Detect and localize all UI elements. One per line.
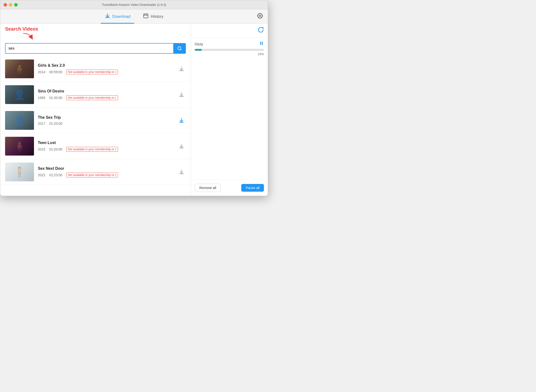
video-info: Sex Next Door 2022 01:23:00 Not availabl… — [38, 166, 173, 177]
download-item-header: Ozzy — [195, 41, 264, 47]
svg-line-3 — [181, 49, 181, 50]
video-year: 2014 — [38, 70, 45, 74]
svg-rect-9 — [260, 42, 261, 45]
video-year: 2022 — [38, 173, 45, 177]
tab-download[interactable]: Download — [101, 11, 134, 22]
video-download-button[interactable] — [177, 142, 186, 150]
video-meta: 2022 01:23:00 Not available in your memb… — [38, 173, 173, 177]
video-thumb: 👤 — [5, 85, 34, 104]
svg-rect-4 — [179, 70, 184, 71]
content-area: Search Videos — [0, 24, 268, 196]
left-panel: Search Videos — [0, 24, 191, 196]
svg-point-2 — [178, 47, 181, 50]
video-thumb: 🧍 — [5, 137, 34, 156]
svg-rect-5 — [179, 96, 184, 97]
unavailable-badge: Not available in your membership or c — [66, 95, 118, 100]
video-download-button[interactable] — [177, 168, 186, 176]
search-bar — [5, 43, 186, 54]
download-tab-label: Download — [112, 14, 131, 19]
search-button[interactable] — [173, 43, 186, 54]
right-panel-footer: Remove all Pause all — [191, 180, 268, 196]
progress-bar-fill — [195, 49, 202, 51]
thumb-figure: 🧍 — [5, 137, 34, 156]
video-title: The Sex Trip — [38, 115, 173, 120]
right-panel: Ozzy 10% Remove all Pause all — [191, 24, 268, 196]
video-meta: 2015 01:20:00 Not available in your memb… — [38, 147, 173, 152]
search-label-container: Search Videos — [5, 26, 38, 32]
video-year: 2017 — [38, 122, 45, 125]
video-info: Sins Of Desire 1993 01:30:00 Not availab… — [38, 89, 173, 100]
minimize-button[interactable] — [9, 3, 12, 7]
thumb-figure: 👤 — [5, 85, 34, 104]
video-info: Teen Lust 2015 01:20:00 Not available in… — [38, 141, 173, 152]
remove-all-button[interactable]: Remove all — [195, 184, 221, 192]
history-tab-icon — [143, 13, 149, 20]
tab-history[interactable]: History — [139, 11, 167, 22]
nav-tabs: Download History — [101, 11, 168, 22]
history-tab-label: History — [151, 14, 163, 19]
video-thumb: 🧍 — [5, 163, 34, 181]
video-duration: 00:59:00 — [49, 70, 62, 74]
video-info: The Sex Trip 2017 01:20:00 — [38, 115, 173, 125]
download-item: Ozzy 10% — [191, 38, 268, 59]
video-meta: 1993 01:30:00 Not available in your memb… — [38, 95, 173, 100]
pause-all-button[interactable]: Pause all — [241, 184, 264, 192]
right-panel-header — [191, 24, 268, 38]
title-bar: TunesBank Amazon Video Downloader (1.6.3… — [0, 0, 268, 9]
svg-rect-0 — [144, 14, 148, 18]
video-download-button[interactable] — [177, 116, 186, 125]
video-title: Girls & Sex 2.0 — [38, 63, 173, 68]
maximize-button[interactable] — [14, 3, 18, 7]
search-videos-label: Search Videos — [5, 26, 38, 32]
search-area: Search Videos — [0, 24, 191, 56]
video-list: 🧍 Girls & Sex 2.0 2014 00:59:00 Not avai… — [0, 56, 191, 185]
svg-point-1 — [259, 15, 261, 17]
video-year: 2015 — [38, 147, 45, 151]
close-button[interactable] — [4, 3, 7, 7]
download-item-name: Ozzy — [195, 42, 203, 46]
svg-rect-10 — [262, 42, 263, 45]
video-item-1: 🧍 Girls & Sex 2.0 2014 00:59:00 Not avai… — [0, 56, 191, 82]
progress-percent: 10% — [195, 52, 264, 56]
traffic-lights — [4, 3, 18, 7]
pause-button[interactable] — [259, 41, 264, 47]
settings-button[interactable] — [257, 13, 263, 20]
video-duration: 01:20:00 — [49, 122, 62, 125]
video-meta: 2014 00:59:00 Not available in your memb… — [38, 70, 173, 74]
thumb-figure: 👤 — [5, 111, 34, 130]
video-title: Sex Next Door — [38, 166, 173, 171]
unavailable-badge: Not available in your membership or c — [66, 147, 118, 152]
thumb-figure: 🧍 — [5, 163, 34, 181]
search-input[interactable] — [5, 43, 173, 54]
thumb-figure: 🧍 — [5, 59, 34, 78]
video-thumb: 👤 — [5, 111, 34, 130]
video-duration: 01:23:00 — [49, 173, 62, 177]
video-thumb: 🧍 — [5, 59, 34, 78]
svg-rect-8 — [179, 173, 184, 174]
video-duration: 01:20:00 — [49, 147, 62, 151]
nav-bar: Download History — [0, 9, 268, 24]
unavailable-badge: Not available in your membership or c — [66, 70, 118, 74]
video-duration: 01:30:00 — [49, 96, 62, 100]
video-info: Girls & Sex 2.0 2014 00:59:00 Not availa… — [38, 63, 173, 74]
video-title: Teen Lust — [38, 141, 173, 145]
svg-rect-7 — [179, 148, 184, 148]
progress-bar-container — [195, 49, 264, 51]
video-year: 1993 — [38, 96, 45, 100]
video-item-2: 👤 Sins Of Desire 1993 01:30:00 Not avail… — [0, 82, 191, 108]
download-tab-icon — [105, 13, 110, 20]
unavailable-badge: Not available in your membership or c — [66, 173, 118, 177]
video-download-button[interactable] — [177, 90, 186, 99]
video-item-5: 🧍 Sex Next Door 2022 01:23:00 Not availa… — [0, 159, 191, 185]
arrow-container — [22, 32, 34, 40]
video-meta: 2017 01:20:00 — [38, 122, 173, 125]
svg-rect-6 — [179, 122, 184, 123]
video-item-4: 🧍 Teen Lust 2015 01:20:00 Not available … — [0, 133, 191, 159]
video-download-button[interactable] — [177, 65, 186, 73]
video-title: Sins Of Desire — [38, 89, 173, 93]
window-title: TunesBank Amazon Video Downloader (1.6.3… — [102, 3, 166, 7]
video-item-3: 👤 The Sex Trip 2017 01:20:00 — [0, 108, 191, 133]
main-container: Download History — [0, 9, 268, 196]
refresh-button[interactable] — [258, 27, 264, 34]
